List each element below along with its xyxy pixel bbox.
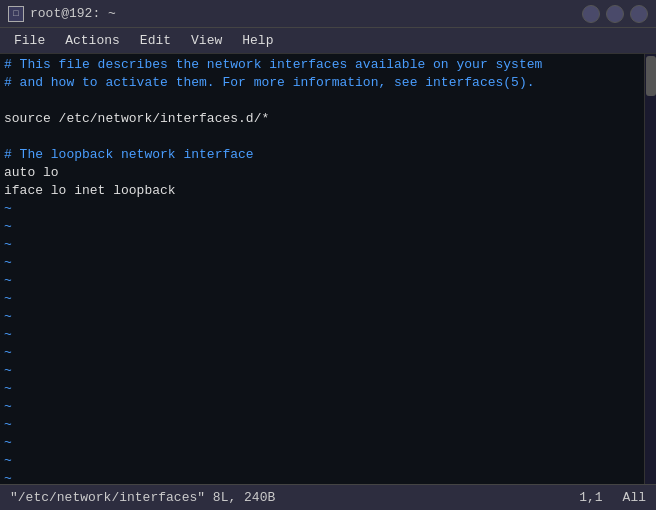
titlebar-left: □ root@192: ~: [8, 6, 116, 22]
statusbar-right: 1,1 All: [579, 490, 646, 505]
editor-line: # and how to activate them. For more inf…: [4, 74, 640, 92]
editor-line: # This file describes the network interf…: [4, 56, 640, 74]
window-icon: □: [8, 6, 24, 22]
editor-container: # This file describes the network interf…: [0, 54, 656, 484]
editor-line: ~: [4, 344, 640, 362]
editor-line: # The loopback network interface: [4, 146, 640, 164]
titlebar: □ root@192: ~: [0, 0, 656, 28]
editor-line: ~: [4, 236, 640, 254]
editor-content[interactable]: # This file describes the network interf…: [0, 54, 644, 484]
menu-view[interactable]: View: [183, 31, 230, 50]
editor-line: iface lo inet loopback: [4, 182, 640, 200]
editor-line: ~: [4, 218, 640, 236]
menu-actions[interactable]: Actions: [57, 31, 128, 50]
menu-edit[interactable]: Edit: [132, 31, 179, 50]
editor-line: ~: [4, 290, 640, 308]
statusbar: "/etc/network/interfaces" 8L, 240B 1,1 A…: [0, 484, 656, 510]
menu-file[interactable]: File: [6, 31, 53, 50]
statusbar-view: All: [623, 490, 646, 505]
menubar: File Actions Edit View Help: [0, 28, 656, 54]
editor-line: ~: [4, 272, 640, 290]
close-button[interactable]: [630, 5, 648, 23]
editor-line: [4, 92, 640, 110]
maximize-button[interactable]: [606, 5, 624, 23]
editor-line: ~: [4, 452, 640, 470]
editor-line: ~: [4, 200, 640, 218]
editor-line: ~: [4, 470, 640, 484]
editor-line: ~: [4, 308, 640, 326]
window-icon-label: □: [13, 9, 18, 19]
editor-line: ~: [4, 434, 640, 452]
scrollbar[interactable]: [644, 54, 656, 484]
editor-line: ~: [4, 380, 640, 398]
editor-line: [4, 128, 640, 146]
statusbar-file-info: "/etc/network/interfaces" 8L, 240B: [10, 490, 275, 505]
menu-help[interactable]: Help: [234, 31, 281, 50]
scrollbar-thumb[interactable]: [646, 56, 656, 96]
minimize-button[interactable]: [582, 5, 600, 23]
editor-line: auto lo: [4, 164, 640, 182]
editor-line: ~: [4, 254, 640, 272]
editor-line: source /etc/network/interfaces.d/*: [4, 110, 640, 128]
editor-line: ~: [4, 416, 640, 434]
editor-line: ~: [4, 398, 640, 416]
titlebar-title: root@192: ~: [30, 6, 116, 21]
editor-line: ~: [4, 326, 640, 344]
titlebar-controls: [582, 5, 648, 23]
editor-line: ~: [4, 362, 640, 380]
statusbar-position: 1,1: [579, 490, 602, 505]
